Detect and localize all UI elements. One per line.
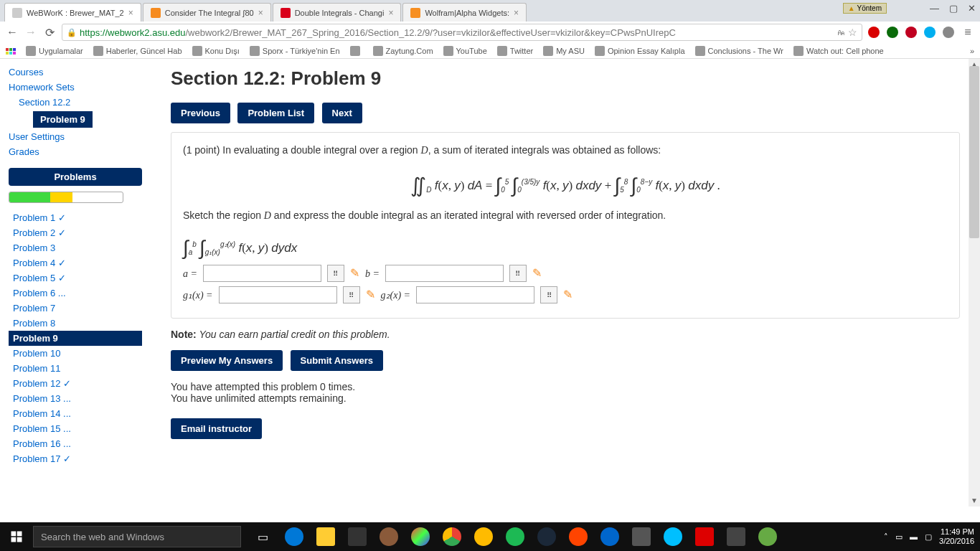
browser-tab[interactable]: WeBWorK : Brewer_MAT_2× — [4, 3, 141, 22]
problem-list-item[interactable]: Problem 10 — [9, 346, 142, 361]
problem-list-item[interactable]: Problem 12 — [9, 376, 142, 391]
ext-icon[interactable] — [943, 27, 954, 38]
keypad-button[interactable]: ⠿ — [343, 286, 360, 303]
nav-current-problem[interactable]: Problem 9 — [33, 111, 93, 128]
bookmark-star-icon[interactable]: ☆ — [848, 27, 857, 38]
bookmark-item[interactable]: Opinion Essay Kalıpla — [595, 46, 685, 56]
nav-courses[interactable]: Courses — [9, 65, 142, 80]
problem-list-item[interactable]: Problem 7 — [9, 301, 142, 316]
nav-section[interactable]: Section 12.2 — [9, 95, 142, 110]
problem-list-item[interactable]: Problem 14 — [9, 406, 142, 421]
pencil-icon[interactable]: ✎ — [563, 286, 573, 303]
keypad-button[interactable]: ⠿ — [327, 265, 344, 282]
bookmark-item[interactable]: Uygulamalar — [26, 46, 83, 56]
store-icon[interactable] — [343, 522, 372, 551]
browser-tab[interactable]: Consider The Integral ∫80× — [143, 3, 271, 22]
bookmark-item[interactable]: Haberler, Güncel Hab — [93, 46, 182, 56]
email-instructor-button[interactable]: Email instructor — [171, 418, 262, 439]
input-a[interactable] — [203, 265, 321, 282]
app-icon[interactable] — [690, 522, 719, 551]
input-g2[interactable] — [416, 286, 534, 303]
app-icon[interactable] — [722, 522, 750, 551]
app-icon[interactable] — [595, 522, 624, 551]
bookmark-item[interactable]: Twitter — [497, 46, 533, 56]
problem-list-item[interactable]: Problem 11 — [9, 361, 142, 376]
tab-close-icon[interactable]: × — [514, 8, 519, 18]
tab-close-icon[interactable]: × — [388, 8, 393, 18]
bookmark-item[interactable] — [350, 46, 363, 56]
problem-list-item[interactable]: Problem 4 — [9, 255, 142, 270]
app-icon[interactable] — [374, 522, 403, 551]
taskbar-search[interactable]: Search the web and Windows — [33, 526, 241, 547]
maximize-button[interactable]: ▢ — [949, 3, 958, 14]
pencil-icon[interactable]: ✎ — [366, 286, 375, 303]
problem-list-item[interactable]: Problem 3 — [9, 240, 142, 255]
tray-chevron-icon[interactable]: ˄ — [884, 532, 888, 542]
keypad-button[interactable]: ⠿ — [540, 286, 557, 303]
scroll-down[interactable]: ▼ — [969, 495, 980, 507]
problem-list-item[interactable]: Problem 8 — [9, 316, 142, 331]
bookmark-item[interactable]: YouTube — [443, 46, 487, 56]
translate-icon[interactable]: 🗛 — [837, 28, 845, 37]
bookmark-item[interactable]: Zaytung.Com — [373, 46, 433, 56]
edge-icon[interactable] — [280, 522, 308, 551]
minimize-button[interactable]: — — [930, 3, 939, 14]
problem-list-item[interactable]: Problem 16 — [9, 436, 142, 451]
reload-button[interactable]: ⟳ — [43, 26, 56, 39]
problem-list-item[interactable]: Problem 5 — [9, 270, 142, 286]
action-center-icon[interactable]: ▢ — [925, 532, 932, 542]
nav-grades[interactable]: Grades — [9, 144, 142, 159]
problem-list-item[interactable]: Problem 15 — [9, 421, 142, 436]
problem-list-item[interactable]: Problem 17 — [9, 451, 142, 466]
problem-list-item[interactable]: Problem 2 — [9, 225, 142, 240]
steam-icon[interactable] — [532, 522, 561, 551]
yontem-badge[interactable]: ▲Yöntem — [843, 3, 887, 14]
ext-icon[interactable] — [868, 27, 880, 38]
keypad-button[interactable]: ⠿ — [509, 265, 527, 282]
close-button[interactable]: ✕ — [968, 3, 976, 14]
spotify-icon[interactable] — [501, 522, 529, 551]
explorer-icon[interactable] — [311, 522, 340, 551]
pencil-icon[interactable]: ✎ — [350, 265, 359, 282]
forward-button[interactable]: → — [24, 26, 37, 39]
clock[interactable]: 11:49 PM3/20/2016 — [939, 527, 974, 546]
app-icon[interactable] — [406, 522, 435, 551]
back-button[interactable]: ← — [6, 26, 19, 39]
tab-close-icon[interactable]: × — [258, 8, 263, 18]
problem-list-item[interactable]: Problem 13 — [9, 391, 142, 406]
task-view-icon[interactable]: ▭ — [248, 522, 277, 551]
problem-list-item[interactable]: Problem 9 — [9, 331, 142, 346]
bookmark-item[interactable]: My ASU — [543, 46, 585, 56]
input-g1[interactable] — [219, 286, 337, 303]
nav-user-settings[interactable]: User Settings — [9, 129, 142, 144]
app-icon[interactable] — [753, 522, 782, 551]
apps-button[interactable] — [6, 48, 16, 55]
scroll-thumb[interactable] — [969, 66, 979, 238]
browser-tab[interactable]: Wolfram|Alpha Widgets:× — [402, 3, 527, 22]
preview-answers-button[interactable]: Preview My Answers — [171, 350, 283, 371]
problem-list-button[interactable]: Problem List — [237, 103, 314, 123]
app-icon[interactable] — [659, 522, 687, 551]
browser-tab[interactable]: Double Integrals - Changi× — [273, 3, 402, 22]
next-button[interactable]: Next — [322, 103, 362, 123]
battery-icon[interactable]: ▭ — [895, 532, 903, 542]
bookmark-item[interactable]: Konu Dışı — [192, 46, 240, 56]
bookmark-overflow-icon[interactable]: » — [970, 47, 974, 55]
chrome-icon[interactable] — [438, 522, 466, 551]
app-icon[interactable] — [469, 522, 498, 551]
problem-list-item[interactable]: Problem 6 — [9, 286, 142, 301]
bookmark-item[interactable]: Conclusions - The Wr — [695, 46, 783, 56]
wifi-icon[interactable]: ▬ — [910, 532, 918, 541]
scrollbar[interactable]: ▲ ▼ — [969, 59, 980, 507]
menu-icon[interactable]: ≡ — [961, 26, 974, 39]
address-bar[interactable]: 🔒 https://webwork2.asu.edu/webwork2/Brew… — [62, 24, 862, 41]
bookmark-item[interactable]: Watch out: Cell phone — [793, 46, 884, 56]
previous-button[interactable]: Previous — [171, 103, 230, 123]
app-icon[interactable] — [627, 522, 656, 551]
problem-list-item[interactable]: Problem 1 — [9, 210, 142, 225]
ext-icon[interactable] — [905, 27, 917, 38]
app-icon[interactable] — [564, 522, 593, 551]
pencil-icon[interactable]: ✎ — [532, 265, 542, 282]
tab-close-icon[interactable]: × — [128, 8, 133, 18]
bookmark-item[interactable]: Sporx - Türkiye'nin En — [250, 46, 340, 56]
